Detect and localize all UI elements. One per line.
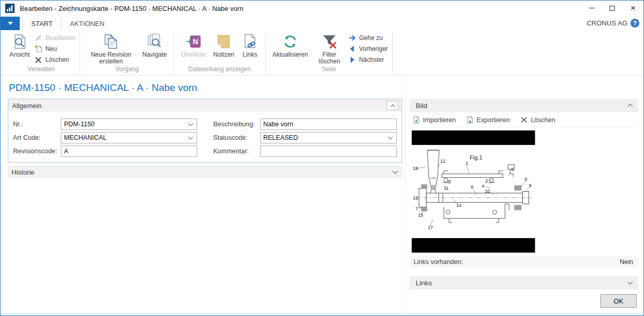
field-row-revisionscode: Revisionscode: (13, 146, 197, 157)
ansicht-button[interactable]: Ansicht (7, 32, 32, 58)
bild-loeschen-button[interactable]: Löschen (520, 116, 555, 124)
application-window: Bearbeiten - Zeichnungskarte - PDM-1150 … (0, 0, 644, 316)
revisionscode-field-box (61, 146, 197, 157)
help-icon[interactable]: ? (630, 19, 639, 28)
notizen-button[interactable]: Notizen (211, 32, 237, 58)
svg-text:1: 1 (466, 161, 468, 166)
links-vorhanden-row: Links vorhanden: Nein (409, 256, 638, 268)
svg-text:N: N (192, 37, 198, 46)
links-button[interactable]: Links (239, 32, 261, 58)
svg-text:3: 3 (448, 179, 450, 185)
minimize-button[interactable] (581, 1, 602, 16)
kommentar-label: Kommentar: (213, 148, 260, 155)
neu-button[interactable]: Neu (34, 45, 75, 53)
svg-text:15: 15 (418, 213, 423, 218)
statuscode-dropdown-chevron-icon[interactable] (388, 135, 393, 140)
beschreibung-field-box (260, 118, 397, 130)
bild-header-label: Bild (416, 102, 428, 110)
ribbon-group-seite: Aktualisieren Filter löschen Gehe zu (266, 32, 393, 75)
statuscode-field-box (260, 132, 397, 143)
factbox-bild-header[interactable]: Bild (409, 99, 638, 112)
group-caption-seite: Seite (270, 64, 388, 74)
filter-loeschen-label: Filter löschen (315, 51, 343, 65)
art-code-label: Art Code: (13, 134, 61, 141)
svg-text:2: 2 (485, 178, 488, 183)
nr-input[interactable] (61, 120, 188, 129)
ribbon-group-vorgang: Neue Revision erstellen Navigate Vorgang (80, 32, 174, 75)
loeschen-button[interactable]: Löschen (34, 56, 75, 64)
chevron-up-icon (628, 104, 633, 109)
maximize-icon (610, 6, 615, 11)
field-row-kommentar: Kommentar: (213, 146, 397, 157)
beschreibung-input[interactable] (261, 120, 396, 129)
field-row-nr: Nr.: (13, 118, 197, 130)
ribbon-group-dateianhang: N OneNote Notizen (174, 32, 266, 75)
statuscode-label: Statuscode: (213, 134, 260, 141)
gehe-zu-label: Gehe zu (359, 34, 382, 42)
importieren-button[interactable]: Importieren (413, 116, 456, 124)
title-bar: Bearbeiten - Zeichnungskarte - PDM-1150 … (1, 1, 643, 16)
art-code-dropdown-chevron-icon[interactable] (188, 135, 194, 140)
maximize-button[interactable] (602, 1, 623, 16)
window-title: Bearbeiten - Zeichnungskarte - PDM-1150 … (20, 5, 243, 12)
navigate-button[interactable]: Navigate (139, 32, 169, 58)
delete-x-icon (520, 116, 528, 124)
nr-dropdown-chevron-icon[interactable] (188, 121, 194, 126)
filter-loeschen-button[interactable]: Filter löschen (313, 32, 346, 65)
naechster-button[interactable]: Nächster (348, 56, 388, 64)
revisionscode-label: Revisionscode: (13, 148, 61, 155)
kommentar-input[interactable] (261, 147, 396, 156)
drawing-image: Fig.1 (411, 130, 535, 253)
beschreibung-label: Beschreibung: (213, 121, 260, 128)
ribbon-group-verwalten: Ansicht Bearbeiten (3, 32, 80, 75)
nr-field-box (61, 118, 197, 130)
figure-caption: Fig.1 (470, 154, 482, 161)
field-row-art-code: Art Code: (13, 132, 197, 143)
bild-toolbar: Importieren Exportieren Löschen (409, 112, 638, 127)
field-row-beschreibung: Beschreibung: (213, 118, 397, 130)
aktualisieren-label: Aktualisieren (273, 51, 308, 58)
factbox-links-header[interactable]: Links (409, 276, 638, 289)
import-image-icon (413, 116, 420, 124)
vorheriger-button[interactable]: Vorheriger (348, 45, 388, 53)
application-menu-button[interactable] (1, 17, 20, 30)
navigate-label: Navigate (142, 51, 166, 58)
figure-drawing: Fig.1 (411, 130, 535, 253)
fasttab-historie-header[interactable]: Historie (8, 166, 402, 178)
group-caption-dateianhang: Dateianhang anzeigen (178, 64, 261, 74)
clear-filter-icon (321, 33, 338, 50)
links-ribbon-label: Links (242, 51, 257, 58)
tab-start[interactable]: START (22, 16, 61, 30)
copy-documents-icon (102, 33, 119, 50)
navigate-documents-icon (146, 33, 163, 50)
importieren-label: Importieren (423, 116, 456, 124)
exportieren-button[interactable]: Exportieren (466, 116, 510, 124)
chevron-down-icon (393, 169, 398, 174)
gehe-zu-button[interactable]: Gehe zu (348, 34, 388, 42)
statuscode-input[interactable] (261, 133, 388, 142)
tab-aktionen[interactable]: AKTIONEN (61, 16, 112, 30)
art-code-field-box (61, 132, 197, 143)
aktualisieren-button[interactable]: Aktualisieren (270, 32, 311, 58)
field-row-statuscode: Statuscode: (213, 132, 397, 143)
next-arrow-icon (348, 56, 356, 64)
minimize-icon (589, 8, 595, 8)
ok-button[interactable]: OK (600, 294, 637, 308)
exportieren-label: Exportieren (476, 116, 510, 124)
allgemein-collapse-button[interactable] (387, 101, 398, 110)
close-icon: × (630, 6, 636, 11)
page-content: PDM-1150 · MECHANICAL · A · Nabe vorn Al… (1, 75, 643, 312)
close-button[interactable]: × (623, 1, 643, 16)
art-code-input[interactable] (61, 133, 188, 142)
historie-header-label: Historie (11, 168, 34, 176)
svg-text:8: 8 (471, 185, 473, 190)
svg-text:14: 14 (456, 203, 461, 208)
app-logo-icon (5, 4, 15, 13)
chevron-up-icon (390, 104, 394, 108)
links-vorhanden-label: Links vorhanden: (414, 258, 463, 266)
revisionscode-input[interactable] (61, 147, 197, 156)
svg-text:6: 6 (525, 177, 527, 182)
fasttab-allgemein-header[interactable]: Allgemein (8, 99, 402, 112)
neue-revision-button[interactable]: Neue Revision erstellen (84, 32, 137, 65)
notizen-label: Notizen (213, 51, 235, 58)
